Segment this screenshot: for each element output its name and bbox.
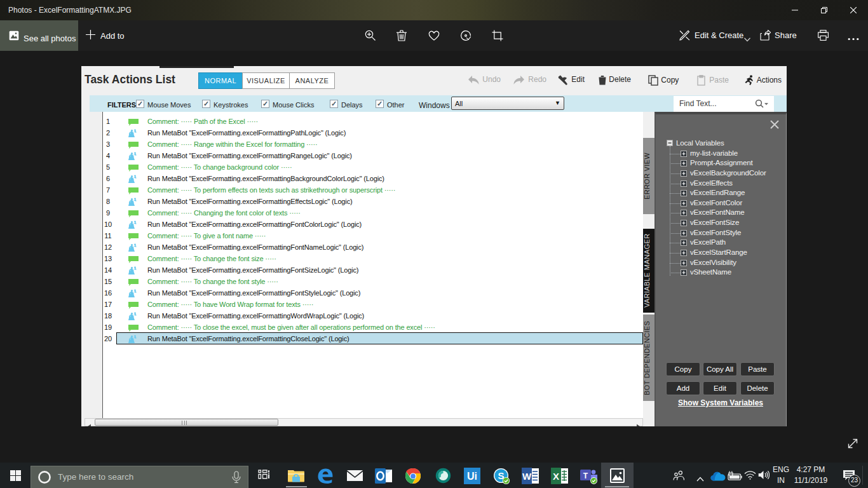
svg-text:Ui: Ui (467, 471, 477, 482)
svg-text:W: W (522, 471, 532, 482)
svg-text:X: X (553, 471, 559, 482)
svg-text:T: T (583, 471, 588, 480)
